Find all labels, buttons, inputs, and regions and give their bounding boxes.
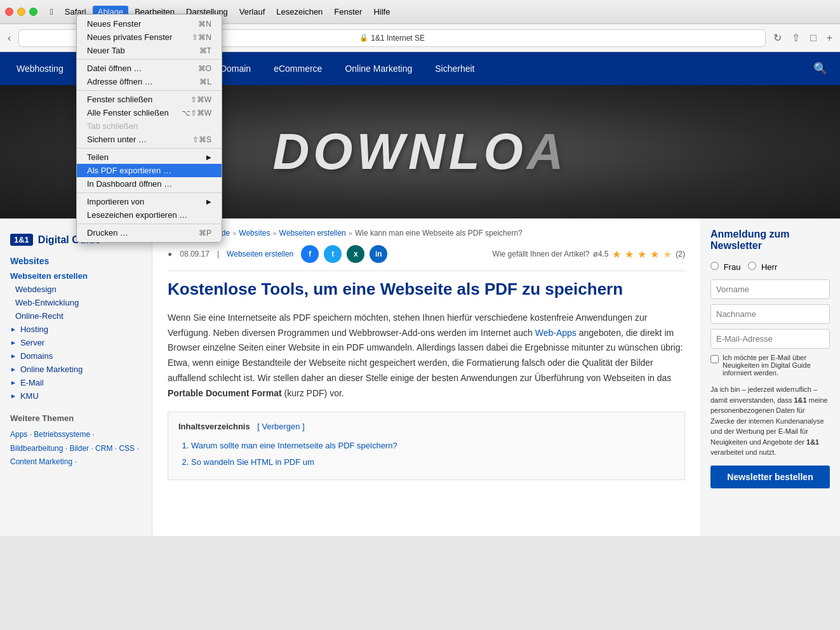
menu-teilen[interactable]: Teilen▶ bbox=[77, 151, 222, 164]
sidebar-email-label: E-Mail bbox=[20, 378, 44, 387]
menu-in-dashboard-oeffnen[interactable]: In Dashboard öffnen … bbox=[77, 177, 222, 191]
newsletter-checkbox-row: Ich möchte per E-Mail über Neuigkeiten i… bbox=[710, 354, 830, 377]
newsletter-legal: Ja ich bin – jederzeit widerruflich – da… bbox=[710, 384, 830, 458]
social-icons: f t x in bbox=[301, 245, 387, 263]
frau-radio[interactable] bbox=[710, 262, 719, 270]
sidebar-link-onlinerecht[interactable]: Online-Recht bbox=[10, 311, 142, 321]
separator-2 bbox=[77, 90, 222, 91]
menu-neues-privates-fenster[interactable]: Neues privates Fenster⇧⌘N bbox=[77, 30, 222, 44]
search-icon[interactable]: 🔍 bbox=[813, 62, 827, 76]
star-1[interactable]: ★ bbox=[612, 248, 621, 260]
breadcrumb-webseiten-erstellen[interactable]: Webseiten erstellen bbox=[279, 229, 346, 238]
toc-item-2[interactable]: So wandeln Sie HTML in PDF um bbox=[191, 455, 674, 469]
fullscreen-button[interactable] bbox=[29, 8, 37, 16]
menu-als-pdf-exportieren[interactable]: Als PDF exportieren … bbox=[77, 164, 222, 177]
sidebar-kmu-label: KMU bbox=[20, 391, 39, 401]
star-4[interactable]: ★ bbox=[650, 248, 659, 260]
new-tab-button[interactable]: + bbox=[824, 30, 835, 46]
menu-datei-oeffnen[interactable]: Datei öffnen …⌘O bbox=[77, 62, 222, 75]
verlauf-menu[interactable]: Verlauf bbox=[234, 6, 270, 18]
email-input[interactable] bbox=[710, 329, 830, 349]
toc-title-text: Inhaltsverzeichnis bbox=[178, 422, 250, 431]
toc-item-1[interactable]: Warum sollte man eine Internetseite als … bbox=[191, 439, 674, 453]
nav-webhosting[interactable]: Webhosting bbox=[13, 61, 67, 76]
hilfe-menu[interactable]: Hilfe bbox=[368, 6, 395, 18]
sidebar-category-email[interactable]: ► E-Mail bbox=[10, 378, 142, 387]
share-button[interactable]: ⇧ bbox=[789, 29, 803, 46]
sidebar-category-kmu[interactable]: ► KMU bbox=[10, 391, 142, 401]
newsletter-button[interactable]: Newsletter bestellen bbox=[710, 466, 830, 488]
toc-title: Inhaltsverzeichnis [ Verbergen ] bbox=[178, 420, 674, 434]
article-body: Wenn Sie eine Internetseite als PDF spei… bbox=[168, 311, 685, 480]
star-3[interactable]: ★ bbox=[637, 248, 646, 260]
url-text: 1&1 Internet SE bbox=[371, 34, 425, 43]
herr-label[interactable]: Herr bbox=[748, 262, 777, 272]
menu-lesezeichen-exportieren[interactable]: Lesezeichen exportieren … bbox=[77, 208, 222, 222]
meta-separator: | bbox=[217, 250, 219, 258]
star-5-half[interactable]: ★ bbox=[663, 248, 672, 260]
breadcrumb: 1&1 » Digitalguide » Websites » Webseite… bbox=[168, 229, 685, 238]
separator-3 bbox=[77, 148, 222, 149]
sidebar-active-item: Webseiten erstellen bbox=[10, 271, 142, 281]
sidebar-server-label: Server bbox=[20, 338, 44, 347]
menu-adresse-oeffnen[interactable]: Adresse öffnen …⌘L bbox=[77, 75, 222, 88]
menu-fenster-schliessen[interactable]: Fenster schließen⇧⌘W bbox=[77, 93, 222, 106]
sidebar-link-webentwicklung[interactable]: Web-Entwicklung bbox=[10, 298, 142, 307]
frau-label[interactable]: Frau bbox=[710, 262, 740, 272]
separator-4 bbox=[77, 192, 222, 193]
breadcrumb-current: Wie kann man eine Webseite als PDF speic… bbox=[355, 229, 523, 238]
xing-icon[interactable]: x bbox=[347, 245, 364, 263]
legal-text-3: verarbeitet und nutzt. bbox=[710, 448, 776, 456]
minimize-button[interactable] bbox=[17, 8, 25, 16]
sidebar-section-websites[interactable]: Websites bbox=[10, 256, 142, 266]
star-2[interactable]: ★ bbox=[625, 248, 634, 260]
lesezeichen-menu[interactable]: Lesezeichen bbox=[271, 6, 328, 18]
article-content: 1&1 » Digitalguide » Websites » Webseite… bbox=[152, 218, 700, 536]
nav-sicherheit[interactable]: Sicherheit bbox=[431, 61, 478, 76]
traffic-lights bbox=[5, 8, 37, 16]
web-apps-link[interactable]: Web-Apps bbox=[535, 328, 577, 338]
menu-importieren-von[interactable]: Importieren von▶ bbox=[77, 195, 222, 208]
menu-alle-fenster-schliessen[interactable]: Alle Fenster schließen⌥⇧⌘W bbox=[77, 106, 222, 119]
herr-radio[interactable] bbox=[748, 262, 756, 270]
nachname-input[interactable] bbox=[710, 304, 830, 324]
breadcrumb-sep-3: » bbox=[272, 229, 276, 237]
breadcrumb-websites[interactable]: Websites bbox=[239, 229, 270, 238]
menu-neues-fenster[interactable]: Neues Fenster⌘N bbox=[77, 17, 222, 30]
herr-text: Herr bbox=[761, 262, 777, 272]
nav-ecommerce[interactable]: eCommerce bbox=[270, 61, 326, 76]
toc-toggle[interactable]: [ Verbergen ] bbox=[257, 422, 304, 431]
rating-count: (2) bbox=[676, 250, 685, 258]
sidebar-tags: Apps · Betriebssysteme · Bildbearbeitung… bbox=[10, 428, 142, 469]
sidebar-category-domains[interactable]: ► Domains bbox=[10, 351, 142, 361]
toc: Inhaltsverzeichnis [ Verbergen ] Warum s… bbox=[168, 412, 685, 480]
reload-button[interactable]: ↻ bbox=[771, 29, 784, 46]
rating-area: Wie gefällt Ihnen der Artikel? ø4.5 ★ ★ … bbox=[493, 248, 685, 260]
back-button[interactable]: ‹ bbox=[5, 30, 13, 46]
twitter-icon[interactable]: t bbox=[324, 245, 342, 263]
article-category[interactable]: Webseiten erstellen bbox=[227, 250, 293, 258]
facebook-icon[interactable]: f bbox=[301, 245, 319, 263]
menu-neuer-tab[interactable]: Neuer Tab⌘T bbox=[77, 44, 222, 57]
body-bold: Portable Document Format bbox=[168, 388, 282, 398]
sidebar-category-online-marketing[interactable]: ► Online Marketing bbox=[10, 365, 142, 374]
linkedin-icon[interactable]: in bbox=[370, 245, 387, 263]
vorname-input[interactable] bbox=[710, 279, 830, 299]
newsletter-sidebar: Anmeldung zum Newsletter Frau Herr Ich m… bbox=[700, 218, 840, 536]
newsletter-checkbox[interactable] bbox=[710, 355, 719, 363]
rating-label: Wie gefällt Ihnen der Artikel? bbox=[493, 250, 590, 258]
menu-sichern-unter[interactable]: Sichern unter …⇧⌘S bbox=[77, 133, 222, 146]
sidebar-category-hosting[interactable]: ► Hosting bbox=[10, 325, 142, 334]
close-button[interactable] bbox=[5, 8, 13, 16]
sidebar-link-webdesign[interactable]: Webdesign bbox=[10, 285, 142, 294]
menu-tab-schliessen: Tab schließen bbox=[77, 119, 222, 133]
apple-menu[interactable]:  bbox=[45, 6, 58, 18]
fenster-menu[interactable]: Fenster bbox=[329, 6, 367, 18]
menu-drucken[interactable]: Drucken …⌘P bbox=[77, 226, 222, 239]
breadcrumb-sep-2: » bbox=[232, 229, 236, 237]
nav-online-marketing[interactable]: Online Marketing bbox=[341, 61, 416, 76]
tab-button[interactable]: □ bbox=[808, 30, 819, 46]
sidebar-domains-label: Domains bbox=[20, 351, 53, 361]
frau-text: Frau bbox=[724, 262, 741, 272]
sidebar-category-server[interactable]: ► Server bbox=[10, 338, 142, 347]
